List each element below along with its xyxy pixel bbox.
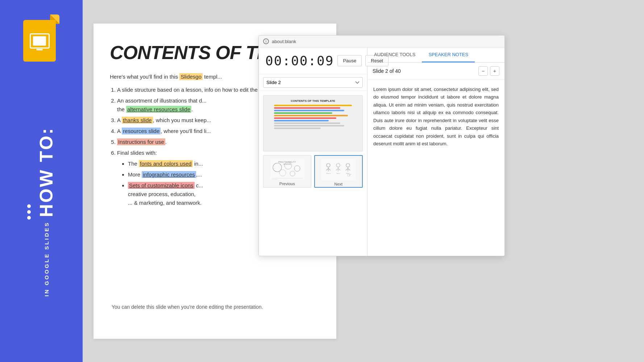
svg-text:How to: How to <box>326 172 331 174</box>
instructions-highlight: Instructions for use <box>117 138 165 145</box>
presenter-panel: i about:blank 00:00:09 Pause Reset Slide… <box>258 35 505 256</box>
brand-highlight: Slidesgo <box>179 73 203 80</box>
slide-thumbnails: CONTENTS OF THIS TEMPLATE <box>259 91 367 256</box>
next-thumb-svg: ☞ How to Team Work <box>321 159 356 180</box>
google-slides-icon <box>20 14 63 62</box>
prev-thumb-svg: PRACTICABILITY LESSON • • • • • • <box>270 158 304 180</box>
nav-thumbnails: PRACTICABILITY LESSON • • • • • • Previo… <box>263 155 363 188</box>
panel-titlebar: i about:blank <box>259 36 504 47</box>
notes-body: Lorem ipsum dolor sit amet, consectetur … <box>367 80 504 256</box>
thanks-slide-highlight: thanks slide <box>122 117 153 124</box>
next-thumb-image: ☞ How to Team Work <box>317 159 360 180</box>
panel-body: 00:00:09 Pause Reset Slide 2 Slide 1 Sli… <box>259 47 504 256</box>
next-slide-thumb[interactable]: ☞ How to Team Work Next <box>314 155 363 188</box>
zoom-in-button[interactable]: + <box>490 66 499 76</box>
pause-button[interactable]: Pause <box>337 55 362 66</box>
tab-audience-tools[interactable]: AUDIENCE TOOLS <box>367 47 422 62</box>
svg-text:• • • • • •: • • • • • • <box>272 178 277 180</box>
slide-counter: Slide 2 of 40 <box>373 68 401 74</box>
slide-selector-section: Slide 2 Slide 1 Slide 3 <box>259 74 367 91</box>
font-controls: − + <box>478 66 499 76</box>
next-label: Next <box>334 182 342 186</box>
url-display: about:blank <box>272 39 296 44</box>
slide-select-dropdown[interactable]: Slide 2 Slide 1 Slide 3 <box>263 77 363 88</box>
timer-section: 00:00:09 Pause Reset <box>259 47 367 74</box>
in-google-slides-label: IN GOOGLE SLIDES <box>43 221 50 296</box>
sidebar: HOW TO: IN GOOGLE SLIDES <box>0 0 83 362</box>
panel-tabs: AUDIENCE TOOLS SPEAKER NOTES <box>367 47 504 63</box>
prev-thumb-image: PRACTICABILITY LESSON • • • • • • <box>266 158 309 180</box>
panel-left: 00:00:09 Pause Reset Slide 2 Slide 1 Sli… <box>259 47 367 256</box>
how-to-label: HOW TO: <box>37 127 55 217</box>
icons-highlight: Sets of customizable icons <box>128 182 195 189</box>
thumb-content-lines <box>274 105 352 129</box>
footer-note: You can delete this slide when you're do… <box>112 304 263 310</box>
zoom-out-button[interactable]: − <box>478 66 488 76</box>
info-icon: i <box>263 38 269 44</box>
svg-text:Team: Team <box>336 172 340 174</box>
resources-slide-highlight: resources slide <box>122 128 161 134</box>
svg-text:Work: Work <box>346 172 350 174</box>
infographic-highlight: infographic resources <box>142 171 196 178</box>
timer-display: 00:00:09 <box>265 53 334 68</box>
tab-speaker-notes[interactable]: SPEAKER NOTES <box>422 47 475 62</box>
fonts-colors-highlight: fonts and colors used <box>139 160 193 167</box>
svg-text:LESSON: LESSON <box>283 163 291 165</box>
panel-right: AUDIENCE TOOLS SPEAKER NOTES Slide 2 of … <box>367 47 504 256</box>
thumb-title-text: CONTENTS OF THIS TEMPLATE <box>291 99 335 103</box>
previous-slide-thumb[interactable]: PRACTICABILITY LESSON • • • • • • Previo… <box>263 155 311 188</box>
notes-header: Slide 2 of 40 − + <box>367 63 504 80</box>
alt-resources-highlight: alternative resources slide <box>126 106 191 113</box>
current-slide-thumbnail: CONTENTS OF THIS TEMPLATE <box>263 95 363 151</box>
dots-decoration <box>27 204 31 220</box>
previous-label: Previous <box>279 182 295 186</box>
